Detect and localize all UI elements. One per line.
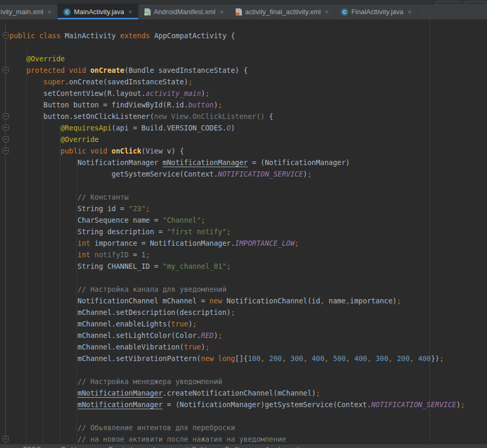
code-line[interactable]: // на новое активити после нажатия на ув… xyxy=(9,433,465,445)
tab-activity-final-acttivity-xml[interactable]: activity_final_acttivity.xml× xyxy=(230,4,335,19)
tab-label: FinalActtivity.java xyxy=(351,8,403,16)
code-editor[interactable]: −−−−−−− public class MainActivity extend… xyxy=(0,19,487,448)
code-line[interactable]: setContentView(R.layout.activity_main); xyxy=(9,88,465,99)
toolwindow-button-problems[interactable]: ◉Problems xyxy=(54,446,88,448)
code-line[interactable]: mChannel.setVibrationPattern(new long[]{… xyxy=(9,353,465,364)
tab-mainactivity-java[interactable]: CMainActivity.java× xyxy=(58,4,138,19)
code-line[interactable]: protected void onCreate(Bundle savedInst… xyxy=(9,64,465,76)
code-line[interactable]: @RequiresApi(api = Build.VERSION_CODES.O… xyxy=(9,122,465,134)
tab-close-icon[interactable]: × xyxy=(407,8,412,15)
tab-label: ivity_main.xml xyxy=(1,8,43,16)
code-line[interactable]: String id = "23"; xyxy=(9,203,465,214)
code-line[interactable]: super.onCreate(savedInstanceState); xyxy=(9,76,465,88)
code-line[interactable]: mChannel.enableLights(true); xyxy=(9,318,465,330)
fold-toggle-icon[interactable]: − xyxy=(3,113,9,119)
code-line[interactable]: @Override xyxy=(9,53,465,64)
code-line[interactable] xyxy=(9,180,465,191)
toolwindow-button-label: Profiler xyxy=(225,446,245,448)
code-line[interactable]: public void onClick(View v) { xyxy=(9,145,465,157)
code-line[interactable]: mChannel.setDescription(description); xyxy=(9,307,465,318)
code-line[interactable]: button.setOnClickListener(new View.OnCli… xyxy=(9,111,465,122)
fold-toggle-icon[interactable]: − xyxy=(3,148,9,154)
code-line[interactable] xyxy=(9,272,465,283)
code-line[interactable]: String description = "first notify"; xyxy=(9,226,465,237)
code-line[interactable]: String CHANNEL_ID = "my_channel_01"; xyxy=(9,260,465,272)
toolwindow-button-app-inspection[interactable]: ▦App Inspection xyxy=(257,446,307,448)
toolwindow-button-label: Terminal xyxy=(108,446,132,448)
toolwindow-button-profiler[interactable]: ◔Profiler xyxy=(219,446,245,448)
code-line[interactable]: // Обьявление интентов для переброски xyxy=(9,422,465,433)
fold-toggle-icon[interactable]: − xyxy=(3,67,9,73)
toolwindow-button-terminal[interactable]: ▣Terminal xyxy=(101,446,132,448)
tab-androidmanifest-xml[interactable]: MFAndroidManifest.xml× xyxy=(139,4,230,19)
toolwindow-button-label: Logcat xyxy=(153,446,172,448)
code-line[interactable]: @Override xyxy=(9,134,465,145)
code-line[interactable]: NotificationManager mNotificationManager… xyxy=(9,157,465,168)
tab-close-icon[interactable]: × xyxy=(325,8,329,15)
code-line[interactable]: public class MainActivity extends AppCom… xyxy=(9,30,465,41)
main-toolbar-fragment xyxy=(0,0,487,4)
code-line[interactable]: // Настройка канала для уведомлений xyxy=(9,283,465,295)
layout-xml-file-icon xyxy=(236,8,242,16)
toolwindow-button-logcat[interactable]: ▤Logcat xyxy=(145,446,172,448)
tab-finalacttivity-java[interactable]: CFinalActtivity.java× xyxy=(335,4,418,19)
tab-label: MainActivity.java xyxy=(74,8,124,16)
fold-toggle-icon[interactable]: − xyxy=(3,436,9,442)
java-class-icon: C xyxy=(63,8,71,16)
code-line[interactable]: mNotificationManager.createNotificationC… xyxy=(9,387,465,399)
toolwindow-button-build[interactable]: ⚒Build xyxy=(184,446,206,448)
code-line[interactable]: mChannel.enableVibration(true); xyxy=(9,341,465,353)
code-line[interactable]: // Настройка менеджера уведомлений xyxy=(9,376,465,387)
code-line[interactable] xyxy=(9,41,465,53)
toolwindow-button-label: Problems xyxy=(61,446,88,448)
code-line[interactable]: // Константы xyxy=(9,191,465,203)
code-line[interactable]: mChannel.setLightColor(Color.RED); xyxy=(9,330,465,341)
code-line[interactable] xyxy=(9,410,465,422)
code-line[interactable]: getSystemService(Context.NOTIFICATION_SE… xyxy=(9,168,465,180)
code-line[interactable]: Button button = findViewById(R.id.button… xyxy=(9,99,465,111)
toolwindow-button-label: Build xyxy=(192,446,206,448)
toolwindow-button-todo[interactable]: ≣TODO xyxy=(16,446,41,448)
code-line[interactable] xyxy=(9,364,465,376)
java-class-icon: C xyxy=(341,8,348,16)
code-line[interactable]: int importance = NotificationManager.IMP… xyxy=(9,237,465,249)
code-line[interactable]: int notifyID = 1; xyxy=(9,249,465,260)
fold-toggle-icon[interactable]: − xyxy=(3,32,9,39)
tab-ivity-main-xml[interactable]: ivity_main.xml× xyxy=(0,4,58,19)
tab-close-icon[interactable]: × xyxy=(48,8,52,15)
tab-close-icon[interactable]: × xyxy=(219,8,224,15)
fold-toggle-icon[interactable]: − xyxy=(3,136,9,143)
code-text[interactable]: public class MainActivity extends AppCom… xyxy=(9,30,465,445)
code-line[interactable]: CharSequence name = "Channel"; xyxy=(9,214,465,226)
manifest-file-icon: MF xyxy=(145,8,151,16)
android-studio-window: ivity_main.xml×CMainActivity.java×MFAndr… xyxy=(0,0,487,448)
toolwindow-button-label: TODO xyxy=(23,446,41,448)
code-line[interactable]: mNotificationManager = (NotificationMana… xyxy=(9,399,465,410)
tab-close-icon[interactable]: × xyxy=(128,8,132,15)
editor-tab-bar: ivity_main.xml×CMainActivity.java×MFAndr… xyxy=(0,4,487,19)
toolwindow-button-label: App Inspection xyxy=(265,446,307,448)
fold-scope-line xyxy=(5,24,6,448)
tab-label: AndroidManifest.xml xyxy=(154,8,216,16)
tab-label: activity_final_acttivity.xml xyxy=(245,8,320,16)
code-line[interactable]: NotificationChannel mChannel = new Notif… xyxy=(9,295,465,307)
fold-toggle-icon[interactable]: − xyxy=(3,125,9,131)
